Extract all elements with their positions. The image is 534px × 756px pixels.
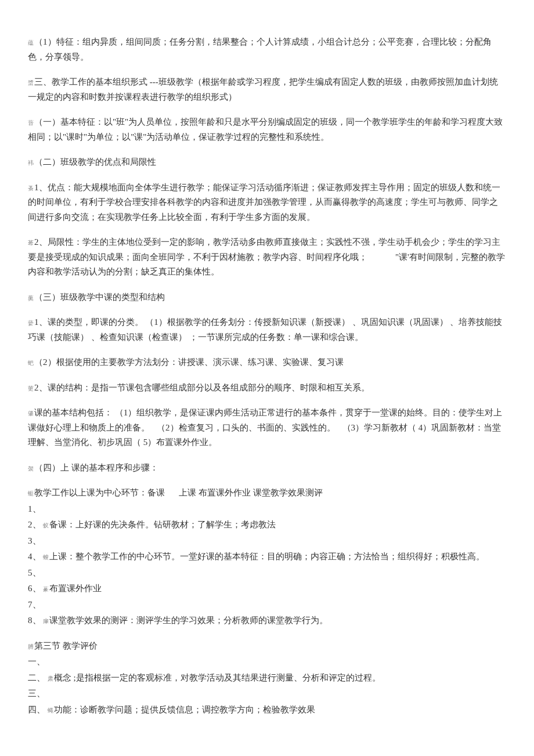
text: （1）特征：组内异质，组间同质；任务分割，结果整合；个人计算成绩，小组合计总分；… xyxy=(28,37,492,62)
text: 7、 xyxy=(28,600,41,609)
list-item: 8、 肁课堂教学效果的测评：测评学生的学习效果；分析教师的课堂教学行为。 xyxy=(28,613,506,628)
text: 3、 xyxy=(28,536,41,545)
list-item: 5、 xyxy=(28,566,506,581)
prefix-char: 蒆 xyxy=(28,320,34,326)
text: 概念 ;是指根据一定的客观标准，对教学活动及其结果进行测量、分析和评定的过程。 xyxy=(54,673,381,682)
text: 三、 xyxy=(28,689,45,698)
text: （二）班级教学的优点和局限性 xyxy=(34,157,156,167)
prefix-char: 肇 xyxy=(28,410,34,417)
text: 布置课外作业 xyxy=(49,584,102,593)
text: 6、 xyxy=(28,584,41,593)
text: 1、 xyxy=(28,504,41,513)
list-item: 2、 蚁备课：上好课的先决条件。钻研教材；了解学生；考虑教法 xyxy=(28,518,506,533)
list-item: 二、 肃概念 ;是指根据一定的客观标准，对教学活动及其结果进行测量、分析和评定的… xyxy=(28,671,506,686)
prefix-char: 蒈 xyxy=(28,120,34,126)
prefix-char: 蕴 xyxy=(28,39,34,46)
paragraph-3: 蒈（一）基本特征：以"班"为人员单位，按照年龄和只是水平分别编成固定的班级，同一… xyxy=(28,115,506,144)
prefix-char: 莄 xyxy=(28,385,34,392)
paragraph-1: 蕴（1）特征：组内异质，组间同质；任务分割，结果整合；个人计算成绩，小组合计总分… xyxy=(28,35,506,64)
prefix-char: 膊 xyxy=(28,643,34,650)
text: 功能：诊断教学问题；提供反馈信息；调控教学方向；检验教学效果 xyxy=(54,705,315,714)
text: （2）检查复习，口头的、书面的、实践性的。 xyxy=(157,423,335,432)
list-item: 3、 xyxy=(28,534,506,549)
paragraph-9: 蚆（2）根据使用的主要教学方法划分：讲授课、演示课、练习课、实验课、复习课 xyxy=(28,355,506,370)
paragraph-4: 袆（二）班级教学的优点和局限性 xyxy=(28,155,506,170)
text: 四、 xyxy=(28,705,45,714)
paragraph-7: 薁（三）班级教学中课的类型和结构 xyxy=(28,290,506,305)
prefix-char: 蒃 xyxy=(43,586,49,592)
text: 二、 xyxy=(28,673,45,682)
list-item: 三、 xyxy=(28,686,506,701)
section-title: 膊第三节 教学评价 xyxy=(28,639,506,654)
text: 上课 布置课外作业 课堂教学效果测评 xyxy=(179,488,323,497)
prefix-char: 蚤 xyxy=(28,185,34,191)
paragraph-8: 蒆1、课的类型，即课的分类。 （1）根据教学的任务划分：传授新知识课（新授课） … xyxy=(28,315,506,345)
prefix-char: 蚆 xyxy=(28,360,34,366)
text: 1、课的类型，即课的分类。 （1）根据教学的任务划分：传授新知识课（新授课） 、… xyxy=(28,317,502,342)
paragraph-10: 莄2、课的结构：是指一节课包含哪些组成部分以及各组成部分的顺序、时限和相互关系。 xyxy=(28,381,506,396)
prefix-char: 莃 xyxy=(28,240,34,246)
text: 教学工作以上课为中心环节：备课 xyxy=(34,488,165,497)
list-item: 一、 xyxy=(28,654,506,670)
prefix-char: 蚁 xyxy=(43,522,49,529)
text: 第三节 教学评价 xyxy=(34,641,98,650)
text: 5、 xyxy=(28,568,41,577)
text: 一、 xyxy=(28,657,45,666)
paragraph-12: 袈（四）上 课的基本程序和步骤： xyxy=(28,461,506,476)
prefix-char: 袈 xyxy=(28,465,34,472)
prefix-char: 螋 xyxy=(43,554,49,560)
paragraph-5: 蚤1、优点：能大规模地面向全体学生进行教学；能保证学习活动循序渐进；保证教师发挥… xyxy=(28,180,506,225)
text: （四）上 课的基本程序和步骤： xyxy=(34,463,158,472)
text: 备课：上好课的先决条件。钻研教材；了解学生；考虑教法 xyxy=(49,520,276,529)
list-item: 1、 xyxy=(28,502,506,517)
text: 三、教学工作的基本组织形式 ---班级教学（根据年龄或学习程度，把学生编成有固定… xyxy=(28,77,498,102)
list-item: 7、 xyxy=(28,598,506,613)
text: （三）班级教学中课的类型和结构 xyxy=(34,292,165,302)
text: （2）根据使用的主要教学方法划分：讲授课、演示课、练习课、实验课、复习课 xyxy=(34,357,344,367)
list-item: 4、 螋上课：整个教学工作的中心环节。一堂好课的基本特征：目的明确；内容正确；方… xyxy=(28,549,506,565)
paragraph-6: 莃2、局限性：学生的主体地位受到一定的影响，教学活动多由教师直接做主；实践性不强… xyxy=(28,235,506,280)
text: 1、优点：能大规模地面向全体学生进行教学；能保证学习活动循序渐进；保证教师发挥主… xyxy=(28,183,500,222)
text: 8、 xyxy=(28,616,41,625)
text: 课堂教学效果的测评：测评学生的学习效果；分析教师的课堂教学行为。 xyxy=(49,616,328,625)
text: （一）基本特征：以"班"为人员单位，按照年龄和只是水平分别编成固定的班级，同一个… xyxy=(28,117,503,142)
text: 2、课的结构：是指一节课包含哪些组成部分以及各组成部分的顺序、时限和相互关系。 xyxy=(34,383,370,392)
prefix-char: 薁 xyxy=(28,295,34,301)
prefix-char: 螀 xyxy=(28,79,34,86)
text: 4、 xyxy=(28,552,41,561)
prefix-char: 肃 xyxy=(48,675,53,682)
paragraph-2: 螀三、教学工作的基本组织形式 ---班级教学（根据年龄或学习程度，把学生编成有固… xyxy=(28,75,506,104)
list-item: 四、 蝿功能：诊断教学问题；提供反馈信息；调控教学方向；检验教学效果 xyxy=(28,703,506,718)
prefix-char: 袆 xyxy=(28,160,34,166)
paragraph-11: 肇课的基本结构包括： （1）组织教学，是保证课内师生活动正常进行的基本条件，贯穿… xyxy=(28,406,506,450)
text: 上课：整个教学工作的中心环节。一堂好课的基本特征：目的明确；内容正确；方法恰当；… xyxy=(49,552,485,561)
paragraph-13: 蚅教学工作以上课为中心环节：备课上课 布置课外作业 课堂教学效果测评 xyxy=(28,486,506,501)
text: 2、 xyxy=(28,520,41,529)
prefix-char: 蚅 xyxy=(28,490,34,497)
prefix-char: 蝿 xyxy=(48,707,53,714)
list-item: 6、 蒃布置课外作业 xyxy=(28,581,506,596)
prefix-char: 肁 xyxy=(43,618,49,624)
